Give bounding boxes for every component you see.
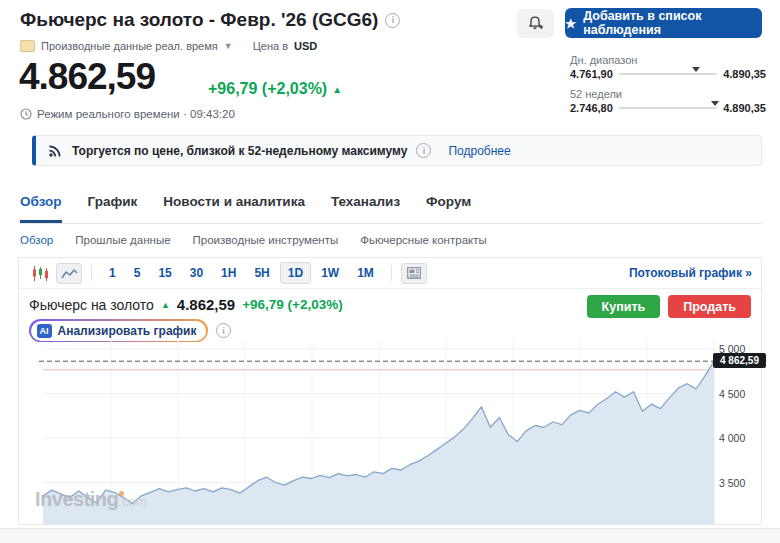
trade-buttons: Купить Продать: [587, 295, 751, 318]
chart-instrument-name: Фьючерс на золото: [29, 297, 154, 313]
chevron-down-icon[interactable]: ▼: [224, 41, 233, 51]
current-price-tag: 4 862,59: [713, 353, 766, 368]
star-icon: ★: [565, 16, 576, 31]
clock-icon: [20, 108, 32, 120]
price-change: +96,79 (+2,03%) ▲: [208, 80, 342, 98]
line-chart-button[interactable]: [56, 263, 82, 284]
timeframe-buttons: 1515301H5H1D1W1M: [101, 262, 382, 284]
currency-label: USD: [294, 40, 317, 52]
banner-info-icon[interactable]: i: [416, 143, 431, 158]
candlestick-icon: [32, 266, 50, 281]
week52-label: 52 недели: [570, 88, 766, 100]
page-title: Фьючерс на золото - Февр. '26 (GCG6) i: [20, 9, 400, 31]
ai-analyze-inner: AI Анализировать график: [31, 321, 207, 341]
timeframe-5[interactable]: 1H: [213, 262, 244, 284]
timeframe-2[interactable]: 5: [126, 262, 149, 284]
up-arrow-icon: ▲: [332, 84, 342, 95]
week52-high: 4.890,35: [723, 102, 766, 114]
candlestick-chart-button[interactable]: [28, 263, 54, 284]
timeframe-1[interactable]: 1: [101, 262, 124, 284]
main-tabs: ОбзорГрафикНовости и аналитикаТеханализФ…: [20, 194, 762, 223]
subtab-1[interactable]: Обзор: [20, 234, 53, 246]
info-icon[interactable]: i: [385, 13, 400, 28]
derived-data-label[interactable]: Производные данные реал. время: [41, 40, 218, 52]
streaming-chart-link[interactable]: Потоковый график »: [629, 266, 752, 280]
bell-plus-icon: [527, 15, 544, 32]
banner-text: Торгуется по цене, близкой к 52-недельно…: [72, 144, 407, 158]
tab-3[interactable]: Новости и аналитика: [163, 194, 305, 223]
price-in-label: Цена в: [253, 40, 288, 52]
day-range-low: 4.761,90: [570, 68, 613, 80]
chart-header: Фьючерс на золото ▲ 4.862,59 +96,79 (+2,…: [19, 289, 761, 342]
line-chart-icon: [61, 267, 78, 280]
ai-analyze-label: Анализировать график: [58, 324, 197, 338]
tab-4[interactable]: Теханализ: [331, 194, 400, 223]
realtime-status: Режим реального времени · 09:43:20: [20, 108, 235, 120]
news-overlay-button[interactable]: [401, 263, 427, 284]
watchlist-button-label: Добавить в список наблюдения: [583, 9, 762, 37]
chart-price-change: +96,79 (+2,03%): [242, 297, 343, 312]
watermark-name: Investing: [35, 488, 118, 511]
y-tick-4000: 4 000: [719, 432, 745, 444]
investing-watermark: Investing .com: [35, 488, 146, 511]
toolbar-divider: [91, 265, 92, 281]
ranges-panel: Дн. диапазон 4.761,90 4.890,35 52 недели…: [570, 54, 766, 122]
last-price: 4.862,59: [19, 56, 155, 98]
week52-range-marker: [711, 101, 719, 106]
chart-last-price: 4.862,59: [177, 296, 235, 313]
instrument-meta-row: Производные данные реал. время ▼ Цена в …: [20, 40, 317, 52]
subtab-2[interactable]: Прошлые данные: [75, 234, 170, 246]
chart-legend-row: Фьючерс на золото ▲ 4.862,59 +96,79 (+2,…: [29, 296, 751, 313]
subtab-3[interactable]: Производные инструменты: [193, 234, 339, 246]
day-range-bar: [619, 73, 717, 75]
ai-analyze-button[interactable]: AI Анализировать график: [29, 319, 208, 342]
timeframe-3[interactable]: 15: [150, 262, 179, 284]
day-range-row: 4.761,90 4.890,35: [570, 68, 766, 80]
news-layout-icon: [407, 267, 421, 279]
derived-data-icon: [20, 40, 35, 52]
y-tick-3500: 3 500: [719, 477, 745, 489]
week52-bar: [619, 107, 717, 109]
instrument-title: Фьючерс на золото - Февр. '26 (GCG6): [20, 9, 378, 31]
timeframe-8[interactable]: 1W: [313, 262, 347, 284]
day-range-label: Дн. диапазон: [570, 54, 766, 66]
timeframe-4[interactable]: 30: [182, 262, 211, 284]
ai-icon: AI: [37, 324, 52, 338]
up-marker-icon: ▲: [161, 300, 170, 310]
sell-button[interactable]: Продать: [668, 295, 751, 318]
main-tabs-bar: ОбзорГрафикНовости и аналитикаТеханализФ…: [20, 194, 762, 224]
tab-5[interactable]: Форум: [426, 194, 471, 223]
watermark-orange-dot: [119, 491, 124, 496]
tab-1[interactable]: Обзор: [20, 194, 62, 223]
tab-2[interactable]: График: [88, 194, 138, 223]
timeframe-7[interactable]: 1D: [280, 262, 311, 284]
add-to-watchlist-button[interactable]: ★ Добавить в список наблюдения: [565, 8, 762, 38]
change-value: +96,79 (+2,03%): [208, 80, 327, 98]
week52-low: 2.746,80: [570, 102, 613, 114]
week52-row: 2.746,80 4.890,35: [570, 102, 766, 114]
footer-strip: [0, 528, 780, 543]
toolbar-divider-2: [391, 265, 392, 281]
alert-bell-button[interactable]: [517, 9, 554, 38]
day-range-high: 4.890,35: [723, 68, 766, 80]
realtime-text: Режим реального времени · 09:43:20: [37, 108, 235, 120]
ai-info-icon[interactable]: i: [216, 323, 231, 338]
buy-button[interactable]: Купить: [587, 295, 661, 318]
ai-analyze-row: AI Анализировать график i: [29, 319, 751, 342]
signal-icon: [48, 143, 63, 158]
sub-tabs: ОбзорПрошлые данныеПроизводные инструмен…: [20, 234, 487, 246]
y-tick-4500: 4 500: [719, 388, 745, 400]
watermark-tld: .com: [118, 494, 146, 509]
timeframe-6[interactable]: 5H: [246, 262, 277, 284]
banner-more-link[interactable]: Подробнее: [448, 144, 510, 158]
subtab-4[interactable]: Фьючерсные контракты: [360, 234, 487, 246]
chart-card: 1515301H5H1D1W1M Потоковый график » Фьюч…: [18, 257, 762, 525]
price-alert-banner: Торгуется по цене, близкой к 52-недельно…: [32, 135, 762, 166]
timeframe-9[interactable]: 1M: [349, 262, 382, 284]
chart-toolbar: 1515301H5H1D1W1M Потоковый график »: [19, 258, 761, 289]
day-range-marker: [692, 67, 700, 72]
